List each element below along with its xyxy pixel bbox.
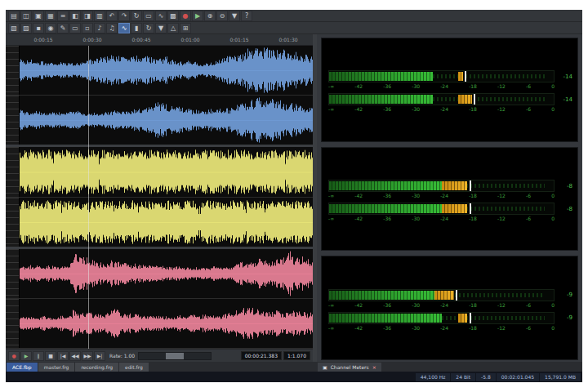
spectrum-view-icon[interactable]: ∿ [118,23,130,33]
secondary-toolbar: ▧▨▪◉✎▭▫♪♫∿▮↻▼△⊞ [6,22,582,34]
scrollbar-thumb[interactable] [166,353,183,359]
track-1-channel-left[interactable] [6,46,313,96]
magnify-tool-icon[interactable]: ◉ [45,23,56,33]
regions-list-icon[interactable]: ♪ [94,23,105,33]
crossfade-icon[interactable]: △ [167,23,179,33]
time-ruler[interactable]: 0:00:150:00:300:00:450:01:000:01:150:01:… [6,34,313,46]
open-file-icon[interactable]: ◫ [20,11,32,21]
loop-playback-icon[interactable]: ↻ [143,23,154,33]
level-meter-bar[interactable] [328,93,555,105]
properties-icon[interactable]: ≡ [57,11,69,21]
file-tab-recording-frg[interactable]: recording.frg [75,363,118,372]
cut-icon[interactable]: ◧ [69,11,81,21]
save-icon[interactable]: ▣ [33,11,44,21]
workspace-icon[interactable]: ▨ [20,23,32,33]
waveform-area[interactable] [20,299,313,348]
track-3-channel-right[interactable] [6,299,313,349]
meter-scale-label: -36 [383,325,391,331]
copy-icon[interactable]: ◨ [82,11,93,21]
peak-readout[interactable]: -9 [555,314,572,321]
meter-scale-label: -24 [440,216,448,221]
mixer-icon[interactable]: ▩ [167,11,179,21]
file-tab-ace-fbp[interactable]: ACE.fbp [7,363,38,372]
waveform-area[interactable] [20,147,313,196]
close-icon[interactable]: × [372,363,376,371]
status-bar: 44,100 Hz24 Bit-5.800:02:01.04515,791.0 … [6,372,582,382]
rewind-button[interactable]: ◀◀ [69,351,81,361]
pause-button[interactable]: ∥ [33,351,44,361]
level-meter-bar[interactable] [328,180,555,192]
pencil-tool-icon[interactable]: ✎ [57,23,69,33]
meter-scale-label: -12 [497,325,506,331]
tracks-area[interactable] [6,46,313,349]
track-2-channel-left[interactable] [6,147,313,197]
undo-icon[interactable]: ↶ [106,11,118,21]
pin-icon[interactable]: ▣ [323,363,327,371]
track-1-channel-right[interactable] [6,96,313,147]
peak-readout[interactable]: -14 [555,74,572,80]
repeat-icon[interactable]: ↻ [131,11,142,21]
stop-button[interactable]: ■ [45,351,56,361]
meter-scale-label: -18 [469,302,477,308]
waveform-canvas[interactable] [20,147,313,196]
forward-button[interactable]: ▶▶ [82,351,93,361]
waveform-canvas[interactable] [20,96,313,145]
waveform-area[interactable] [20,96,313,145]
level-meter-bar[interactable] [328,203,555,215]
go-to-start-button[interactable]: |◀ [57,351,69,361]
new-file-icon[interactable]: ▤ [8,11,20,21]
file-tab-edit-frg[interactable]: edit.frg [119,363,149,372]
play-device-icon[interactable]: ▶ [192,11,203,21]
horizontal-scrollbar[interactable] [138,352,212,360]
meters-view-icon[interactable]: ▮ [131,23,142,33]
peak-readout[interactable]: -8 [555,206,572,212]
record-button[interactable]: ● [8,351,20,361]
markers-bar-icon[interactable]: ▼ [155,23,167,33]
db-scale [6,299,20,348]
channel-meters-tab[interactable]: ▣ Channel Meters × [318,363,381,372]
zoom-out-icon[interactable]: ⊖ [216,11,228,21]
trim-icon[interactable]: ▭ [143,11,154,21]
meter-scale-label: -12 [497,193,506,198]
waveform-area[interactable] [20,249,313,298]
help-icon[interactable]: ? [241,11,252,21]
waveform-area[interactable] [20,198,313,247]
redo-icon[interactable]: ↷ [118,11,130,21]
level-meter-bar[interactable] [328,312,555,324]
meter-scale-label: -24 [440,106,448,112]
waveform-canvas[interactable] [20,299,313,348]
zoom-ratio-display: 1:1.070 [283,351,310,360]
edit-tool-icon[interactable]: ▪ [33,23,44,33]
play-button[interactable]: ▶ [20,351,32,361]
meter-green-fill [329,72,433,81]
meter-green-fill [329,291,434,300]
waveform-canvas[interactable] [20,46,313,95]
meter-scale-label: -18 [469,193,477,198]
playlist-icon[interactable]: ♫ [106,23,118,33]
zoom-in-icon[interactable]: ⊕ [204,11,216,21]
paste-icon[interactable]: ▥ [94,11,105,21]
normalize-icon[interactable]: ∿ [155,11,167,21]
track-3-channel-left[interactable] [6,249,313,299]
meter-scale-label: -6 [526,193,531,198]
peak-readout[interactable]: -14 [555,96,572,103]
marker-icon[interactable]: ▼ [229,11,240,21]
snap-icon[interactable]: ▫ [82,23,93,33]
save-all-icon[interactable]: ▦ [45,11,56,21]
playhead-cursor[interactable] [88,46,89,349]
plugin-chain-icon[interactable]: ⊞ [180,23,191,33]
explorer-icon[interactable]: ▧ [8,23,20,33]
selection-tool-icon[interactable]: ▭ [69,23,81,33]
peak-readout[interactable]: -9 [555,292,572,298]
level-meter-bar[interactable] [328,289,555,301]
record-icon[interactable]: ● [180,11,191,21]
db-scale [6,96,20,145]
go-to-end-button[interactable]: ▶| [94,351,105,361]
waveform-canvas[interactable] [20,249,313,298]
level-meter-bar[interactable] [328,70,555,82]
waveform-area[interactable] [20,46,313,95]
peak-readout[interactable]: -8 [555,183,572,189]
waveform-canvas[interactable] [20,198,313,247]
file-tab-master-frg[interactable]: master.frg [38,363,75,372]
track-2-channel-right[interactable] [6,198,313,249]
